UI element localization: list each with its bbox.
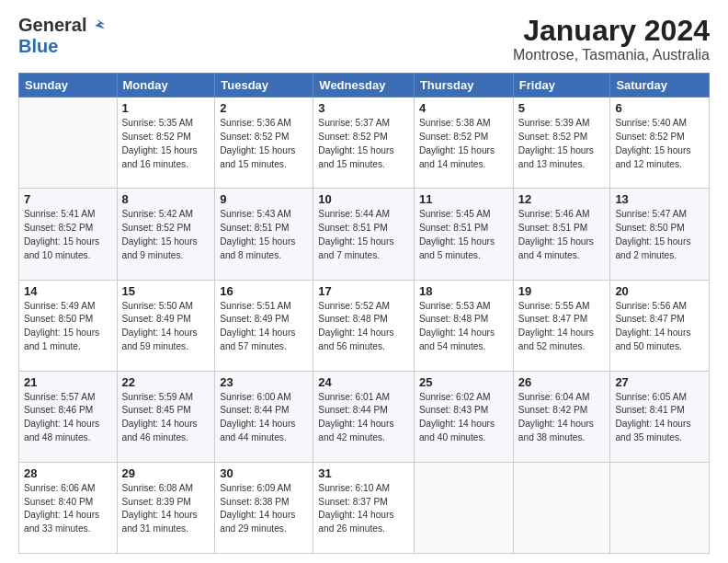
table-cell: 4 Sunrise: 5:38 AMSunset: 8:52 PMDayligh… [414,98,513,189]
day-number: 26 [518,375,606,389]
table-cell: 24 Sunrise: 6:01 AMSunset: 8:44 PMDaylig… [313,371,415,462]
table-cell [513,462,610,553]
table-cell: 2 Sunrise: 5:36 AMSunset: 8:52 PMDayligh… [215,98,313,189]
header: General Blue January 2024 Montrose, Tasm… [18,15,710,63]
day-number: 21 [24,375,112,389]
day-info: Sunrise: 6:04 AMSunset: 8:42 PMDaylight:… [518,392,594,442]
day-info: Sunrise: 5:55 AMSunset: 8:47 PMDaylight:… [518,301,594,351]
day-info: Sunrise: 6:08 AMSunset: 8:39 PMDaylight:… [122,483,198,534]
table-cell: 31 Sunrise: 6:10 AMSunset: 8:37 PMDaylig… [313,462,415,553]
col-thursday: Thursday [414,74,513,98]
col-friday: Friday [513,74,610,98]
col-sunday: Sunday [19,74,118,98]
day-number: 12 [518,192,606,206]
location: Montrose, Tasmania, Australia [513,47,710,63]
day-number: 19 [518,284,606,298]
day-number: 16 [220,284,308,298]
calendar-week-row: 28 Sunrise: 6:06 AMSunset: 8:40 PMDaylig… [19,462,710,553]
table-cell: 13 Sunrise: 5:47 AMSunset: 8:50 PMDaylig… [610,189,710,280]
logo-bird-icon [88,17,105,34]
day-info: Sunrise: 6:01 AMSunset: 8:44 PMDaylight:… [318,392,393,442]
day-info: Sunrise: 5:47 AMSunset: 8:50 PMDaylight:… [615,209,690,259]
table-cell: 3 Sunrise: 5:37 AMSunset: 8:52 PMDayligh… [313,98,415,189]
day-info: Sunrise: 5:53 AMSunset: 8:48 PMDaylight:… [419,301,495,351]
day-number: 10 [318,192,409,206]
day-number: 27 [615,375,704,389]
calendar-week-row: 21 Sunrise: 5:57 AMSunset: 8:46 PMDaylig… [19,371,710,462]
day-number: 15 [122,284,210,298]
day-info: Sunrise: 5:56 AMSunset: 8:47 PMDaylight:… [615,301,690,351]
table-cell: 25 Sunrise: 6:02 AMSunset: 8:43 PMDaylig… [414,371,513,462]
day-info: Sunrise: 6:00 AMSunset: 8:44 PMDaylight:… [220,392,295,442]
day-info: Sunrise: 5:51 AMSunset: 8:49 PMDaylight:… [220,301,295,351]
month-title: January 2024 [513,15,710,47]
calendar-week-row: 14 Sunrise: 5:49 AMSunset: 8:50 PMDaylig… [19,280,710,371]
day-number: 18 [419,284,508,298]
table-cell: 30 Sunrise: 6:09 AMSunset: 8:38 PMDaylig… [215,462,313,553]
logo-general-text: General [18,15,86,36]
day-number: 2 [220,101,308,115]
table-cell: 10 Sunrise: 5:44 AMSunset: 8:51 PMDaylig… [313,189,415,280]
logo-blue-text: Blue [18,36,58,57]
day-info: Sunrise: 5:50 AMSunset: 8:49 PMDaylight:… [122,301,198,351]
table-cell: 9 Sunrise: 5:43 AMSunset: 8:51 PMDayligh… [215,189,313,280]
table-cell: 5 Sunrise: 5:39 AMSunset: 8:52 PMDayligh… [513,98,610,189]
day-number: 9 [220,192,308,206]
table-cell: 8 Sunrise: 5:42 AMSunset: 8:52 PMDayligh… [117,189,215,280]
day-number: 20 [615,284,704,298]
calendar-week-row: 1 Sunrise: 5:35 AMSunset: 8:52 PMDayligh… [19,98,710,189]
day-info: Sunrise: 5:52 AMSunset: 8:48 PMDaylight:… [318,301,393,351]
day-info: Sunrise: 5:40 AMSunset: 8:52 PMDaylight:… [615,118,690,168]
day-number: 13 [615,192,704,206]
table-cell: 26 Sunrise: 6:04 AMSunset: 8:42 PMDaylig… [513,371,610,462]
table-cell: 11 Sunrise: 5:45 AMSunset: 8:51 PMDaylig… [414,189,513,280]
day-info: Sunrise: 5:35 AMSunset: 8:52 PMDaylight:… [122,118,198,168]
day-number: 25 [419,375,508,389]
table-cell: 28 Sunrise: 6:06 AMSunset: 8:40 PMDaylig… [19,462,118,553]
day-info: Sunrise: 6:05 AMSunset: 8:41 PMDaylight:… [615,392,690,442]
day-info: Sunrise: 5:41 AMSunset: 8:52 PMDaylight:… [24,209,99,259]
day-info: Sunrise: 5:49 AMSunset: 8:50 PMDaylight:… [24,301,99,351]
day-info: Sunrise: 5:44 AMSunset: 8:51 PMDaylight:… [318,209,393,259]
table-cell: 21 Sunrise: 5:57 AMSunset: 8:46 PMDaylig… [19,371,118,462]
col-saturday: Saturday [610,74,710,98]
table-cell: 12 Sunrise: 5:46 AMSunset: 8:51 PMDaylig… [513,189,610,280]
day-number: 1 [122,101,210,115]
table-cell: 20 Sunrise: 5:56 AMSunset: 8:47 PMDaylig… [610,280,710,371]
day-number: 30 [220,466,308,480]
calendar-week-row: 7 Sunrise: 5:41 AMSunset: 8:52 PMDayligh… [19,189,710,280]
day-number: 11 [419,192,508,206]
table-cell: 19 Sunrise: 5:55 AMSunset: 8:47 PMDaylig… [513,280,610,371]
day-info: Sunrise: 6:10 AMSunset: 8:37 PMDaylight:… [318,483,393,534]
svg-marker-0 [96,18,106,29]
day-info: Sunrise: 5:45 AMSunset: 8:51 PMDaylight:… [419,209,495,259]
day-info: Sunrise: 6:06 AMSunset: 8:40 PMDaylight:… [24,483,99,534]
day-number: 6 [615,101,704,115]
table-cell [414,462,513,553]
day-info: Sunrise: 5:42 AMSunset: 8:52 PMDaylight:… [122,209,198,259]
day-number: 5 [518,101,606,115]
day-number: 8 [122,192,210,206]
table-cell: 17 Sunrise: 5:52 AMSunset: 8:48 PMDaylig… [313,280,415,371]
table-cell: 29 Sunrise: 6:08 AMSunset: 8:39 PMDaylig… [117,462,215,553]
day-info: Sunrise: 6:09 AMSunset: 8:38 PMDaylight:… [220,483,295,534]
day-number: 14 [24,284,112,298]
day-number: 17 [318,284,409,298]
day-info: Sunrise: 5:46 AMSunset: 8:51 PMDaylight:… [518,209,594,259]
day-info: Sunrise: 5:57 AMSunset: 8:46 PMDaylight:… [24,392,99,442]
table-cell: 14 Sunrise: 5:49 AMSunset: 8:50 PMDaylig… [19,280,118,371]
calendar-page: General Blue January 2024 Montrose, Tasm… [0,0,728,563]
day-info: Sunrise: 5:37 AMSunset: 8:52 PMDaylight:… [318,118,393,168]
calendar-header-row: Sunday Monday Tuesday Wednesday Thursday… [19,74,710,98]
day-info: Sunrise: 5:39 AMSunset: 8:52 PMDaylight:… [518,118,594,168]
day-number: 23 [220,375,308,389]
title-area: January 2024 Montrose, Tasmania, Austral… [513,15,710,63]
col-monday: Monday [117,74,215,98]
logo: General Blue [18,15,105,57]
day-number: 7 [24,192,112,206]
col-wednesday: Wednesday [313,74,415,98]
table-cell: 18 Sunrise: 5:53 AMSunset: 8:48 PMDaylig… [414,280,513,371]
table-cell: 7 Sunrise: 5:41 AMSunset: 8:52 PMDayligh… [19,189,118,280]
table-cell [610,462,710,553]
col-tuesday: Tuesday [215,74,313,98]
